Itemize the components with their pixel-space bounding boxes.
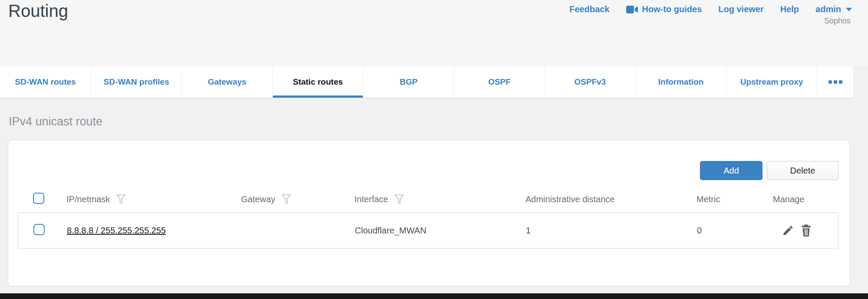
add-button[interactable]: Add — [700, 161, 762, 180]
tab-information[interactable]: Information — [635, 66, 726, 98]
ellipsis-icon — [828, 80, 832, 84]
admin-label: admin — [815, 4, 841, 14]
row-checkbox[interactable] — [33, 224, 45, 235]
help-link[interactable]: Help — [780, 4, 799, 14]
section-title: IPv4 unicast route — [9, 115, 102, 128]
ellipsis-icon — [839, 80, 842, 84]
delete-row-button[interactable] — [799, 224, 812, 237]
page-title: Routing — [8, 1, 68, 21]
tab-ospfv3[interactable]: OSPFv3 — [545, 66, 635, 98]
tab-gateways[interactable]: Gateways — [182, 66, 272, 98]
table-row: 8.8.8.8 / 255.255.255.255 Cloudflare_MWA… — [18, 212, 838, 249]
column-header-ip-netmask: IP/netmask — [66, 194, 110, 204]
howto-guides-label: How-to guides — [642, 4, 702, 14]
table-header-row: IP/netmask Gateway Interface — [18, 189, 838, 209]
route-distance-cell: 1 — [526, 226, 697, 236]
tab-sdwan-routes[interactable]: SD-WAN routes — [0, 66, 91, 98]
edit-button[interactable] — [782, 224, 795, 237]
column-header-interface: Interface — [354, 194, 388, 204]
log-viewer-link[interactable]: Log viewer — [718, 4, 763, 14]
filter-icon[interactable] — [394, 194, 404, 205]
filter-icon[interactable] — [116, 194, 126, 205]
admin-menu[interactable]: admin — [815, 4, 852, 14]
chevron-down-icon — [846, 8, 852, 11]
select-all-checkbox[interactable] — [33, 193, 44, 204]
trash-icon — [800, 224, 812, 237]
tab-static-routes[interactable]: Static routes — [272, 66, 363, 98]
tab-ospf[interactable]: OSPF — [454, 66, 545, 98]
routing-tabbar: SD-WAN routes SD-WAN profiles Gateways S… — [0, 66, 853, 98]
route-ip-netmask-link[interactable]: 8.8.8.8 / 255.255.255.255 — [67, 226, 166, 235]
column-header-manage: Manage — [773, 194, 804, 204]
pencil-icon — [782, 224, 794, 237]
ipv4-unicast-route-panel: Add Delete IP/netmask Gateway Interface — [8, 140, 850, 286]
video-camera-icon — [626, 5, 638, 14]
feedback-link[interactable]: Feedback — [569, 4, 609, 14]
column-header-gateway: Gateway — [241, 194, 275, 204]
log-viewer-label: Log viewer — [718, 4, 763, 14]
route-interface-cell: Cloudflare_MWAN — [355, 226, 526, 236]
help-label: Help — [780, 4, 799, 14]
page-header: Routing Feedback How-to guides Log viewe… — [0, 0, 868, 66]
route-metric-cell: 0 — [697, 226, 773, 236]
tab-sdwan-profiles[interactable]: SD-WAN profiles — [91, 66, 182, 98]
bottom-edge-bar — [0, 293, 868, 299]
ellipsis-icon — [834, 80, 837, 84]
feedback-label: Feedback — [569, 4, 609, 14]
brand-label: Sophos — [824, 16, 851, 26]
top-navigation: Feedback How-to guides Log viewer Help a… — [569, 4, 852, 14]
filter-icon[interactable] — [281, 194, 291, 205]
tab-upstream-proxy[interactable]: Upstream proxy — [726, 66, 817, 98]
delete-button[interactable]: Delete — [767, 161, 838, 180]
tab-bgp[interactable]: BGP — [363, 66, 454, 98]
more-tabs-button[interactable] — [817, 66, 853, 98]
column-header-metric: Metric — [696, 194, 720, 204]
column-header-administrative-distance: Administrative distance — [525, 194, 615, 204]
howto-guides-link[interactable]: How-to guides — [626, 4, 702, 14]
table-toolbar: Add Delete — [700, 161, 838, 180]
